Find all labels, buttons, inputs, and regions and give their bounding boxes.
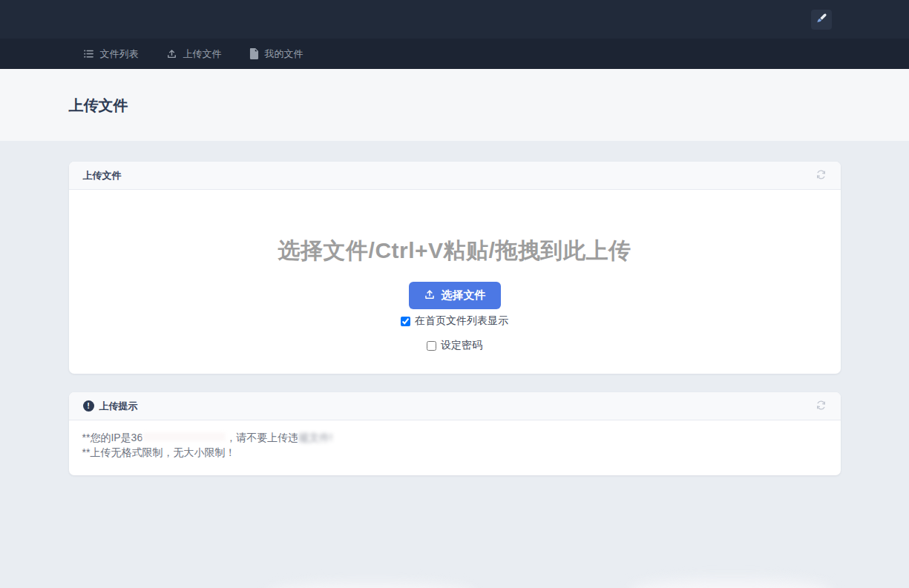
brush-icon (816, 13, 827, 27)
page-title: 上传文件 (69, 94, 841, 116)
tips-body: **您的IP是36，请不要上传违规文件! **上传无格式限制，无大小限制！ (69, 420, 841, 475)
refresh-icon (816, 400, 827, 413)
tips-line-ip: **您的IP是36，请不要上传违规文件! (82, 430, 827, 445)
nav-item-upload-file[interactable]: 上传文件 (166, 47, 222, 61)
redaction-smudge (267, 584, 475, 588)
file-icon (249, 48, 259, 59)
tips-card-header: ! 上传提示 (69, 392, 841, 420)
upload-card-header: 上传文件 (69, 162, 841, 190)
nav-label: 文件列表 (100, 47, 139, 61)
choose-file-button[interactable]: 选择文件 (409, 282, 501, 309)
choose-file-label: 选择文件 (442, 288, 486, 303)
tips-line-limits: **上传无格式限制，无大小限制！ (82, 445, 827, 460)
tips-card: ! 上传提示 **您的IP是36，请不要上传违规文件! (69, 392, 841, 475)
nav-label: 上传文件 (183, 47, 222, 61)
exclamation-icon: ! (83, 400, 94, 412)
show-on-home-label[interactable]: 在首页文件列表显示 (415, 314, 508, 328)
set-password-checkbox[interactable] (427, 341, 436, 351)
upload-card-title: 上传文件 (83, 169, 122, 182)
theme-brush-button[interactable] (811, 10, 832, 30)
refresh-icon (816, 169, 827, 182)
show-on-home-checkbox[interactable] (401, 317, 410, 326)
upload-icon (166, 48, 177, 59)
nav-label: 我的文件 (265, 47, 303, 61)
redacted-text: 规文件! (298, 432, 332, 443)
upload-card: 上传文件 选择文件/Ctrl+V粘贴/拖拽到此上传 (69, 162, 841, 374)
redacted-ip (142, 432, 226, 441)
redaction-smudge (631, 580, 831, 588)
dropzone-heading: 选择文件/Ctrl+V粘贴/拖拽到此上传 (69, 236, 841, 266)
show-on-home-row: 在首页文件列表显示 (69, 314, 841, 328)
set-password-label[interactable]: 设定密码 (441, 339, 482, 352)
upload-icon (424, 288, 436, 303)
list-icon (83, 48, 94, 59)
main-nav: 文件列表 上传文件 我的文件 (0, 39, 909, 69)
topbar (0, 0, 909, 39)
refresh-button[interactable] (816, 169, 827, 182)
tips-card-title: ! 上传提示 (83, 400, 138, 413)
page-header-band: 上传文件 (0, 69, 909, 141)
set-password-row: 设定密码 (69, 339, 841, 352)
refresh-button[interactable] (816, 400, 827, 413)
content-area: 上传文件 选择文件/Ctrl+V粘贴/拖拽到此上传 (0, 141, 909, 475)
nav-item-file-list[interactable]: 文件列表 (83, 47, 139, 61)
nav-item-my-files[interactable]: 我的文件 (249, 47, 303, 61)
upload-dropzone[interactable]: 选择文件/Ctrl+V粘贴/拖拽到此上传 选择文件 在首页文件列表显示 (69, 190, 841, 374)
